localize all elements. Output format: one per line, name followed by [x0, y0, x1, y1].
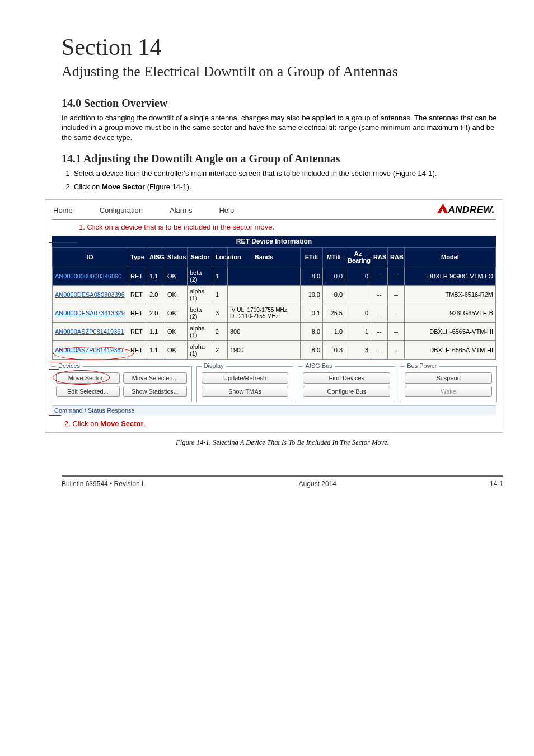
suspend-button[interactable]: Suspend — [405, 372, 492, 384]
status-response-label: Command / Status Response — [52, 405, 496, 415]
col-sector[interactable]: Sector — [188, 248, 213, 267]
table-row[interactable]: AN0000DESA073413329 RET 2.0 OK beta (2) … — [53, 304, 496, 323]
devices-groupbox: Devices Move Sector... Edit Selected... … — [51, 366, 192, 402]
device-table: ID Type AISG Status Sector Location Band… — [52, 247, 496, 360]
find-devices-button[interactable]: Find Devices — [303, 372, 390, 384]
table-row[interactable]: AN00000000000346890 RET 1.1 OK beta (2) … — [53, 267, 496, 286]
footer-right: 14-1 — [490, 480, 503, 488]
configure-bus-button[interactable]: Configure Bus — [303, 386, 390, 397]
col-status[interactable]: Status — [165, 248, 188, 267]
table-body: AN00000000000346890 RET 1.1 OK beta (2) … — [53, 267, 496, 360]
aisg-bus-groupbox: AISG Bus Find Devices Configure Bus — [298, 366, 395, 402]
footer-left: Bulletin 639544 • Revision L — [62, 480, 146, 488]
update-refresh-button[interactable]: Update/Refresh — [202, 372, 289, 384]
figure-caption: Figure 14-1. Selecting A Device That Is … — [62, 438, 503, 447]
display-groupbox: Display Update/Refresh Show TMAs — [196, 366, 294, 402]
overview-heading: 14.0 Section Overview — [62, 97, 503, 110]
steps-list: Select a device from the controller's ma… — [62, 169, 503, 192]
edit-selected-button[interactable]: Edit Selected... — [56, 386, 120, 397]
move-selected-button[interactable]: Move Selected... — [123, 372, 187, 384]
col-type[interactable]: Type — [128, 248, 147, 267]
andrew-logo: ANDREW. — [437, 204, 495, 216]
menu-help[interactable]: Help — [219, 206, 234, 214]
col-az[interactable]: Az Bearing — [345, 248, 371, 267]
menu-alarms[interactable]: Alarms — [170, 206, 192, 214]
menu-divider — [52, 219, 496, 220]
step-2: Click on Move Sector (Figure 14-1). — [74, 182, 503, 192]
menu-configuration[interactable]: Configuration — [100, 206, 143, 214]
col-model[interactable]: Model — [405, 248, 496, 267]
col-rab[interactable]: RAB — [388, 248, 405, 267]
wake-button[interactable]: Wake — [405, 386, 492, 397]
adjust-heading: 14.1 Adjusting the Downtilt Angle on a G… — [62, 152, 503, 165]
bus-power-groupbox: Bus Power Suspend Wake — [400, 366, 497, 402]
col-mtilt[interactable]: MTilt — [323, 248, 345, 267]
table-title: RET Device Information — [52, 236, 496, 247]
annotation-2: 2. Click on Move Sector. — [64, 419, 503, 428]
section-number: Section 14 — [62, 34, 503, 60]
app-menubar: Home Configuration Alarms Help ANDREW. — [45, 200, 503, 218]
table-row[interactable]: AN0000DESA080303396 RET 2.0 OK alpha (1)… — [53, 286, 496, 304]
col-location[interactable]: Location — [213, 248, 228, 267]
overview-body: In addition to changing the downtilt of … — [62, 113, 503, 143]
figure-14-1: Home Configuration Alarms Help ANDREW. 1… — [45, 199, 503, 433]
table-row[interactable]: AN0000ASZP081419361 RET 1.1 OK alpha (1)… — [53, 323, 496, 341]
show-statistics-button[interactable]: Show Statistics... — [123, 386, 187, 397]
menu-home[interactable]: Home — [53, 206, 73, 214]
section-heading: Adjusting the Electrical Downtilt on a G… — [62, 63, 503, 81]
col-ras[interactable]: RAS — [371, 248, 388, 267]
col-aisg[interactable]: AISG — [147, 248, 165, 267]
step-1: Select a device from the controller's ma… — [74, 169, 503, 179]
col-etilt[interactable]: ETilt — [301, 248, 323, 267]
show-tmas-button[interactable]: Show TMAs — [202, 386, 289, 397]
page-footer: Bulletin 639544 • Revision L August 2014… — [0, 475, 534, 505]
footer-center: August 2014 — [299, 480, 336, 488]
annotation-1: 1. Click on a device that is to be inclu… — [79, 223, 503, 231]
